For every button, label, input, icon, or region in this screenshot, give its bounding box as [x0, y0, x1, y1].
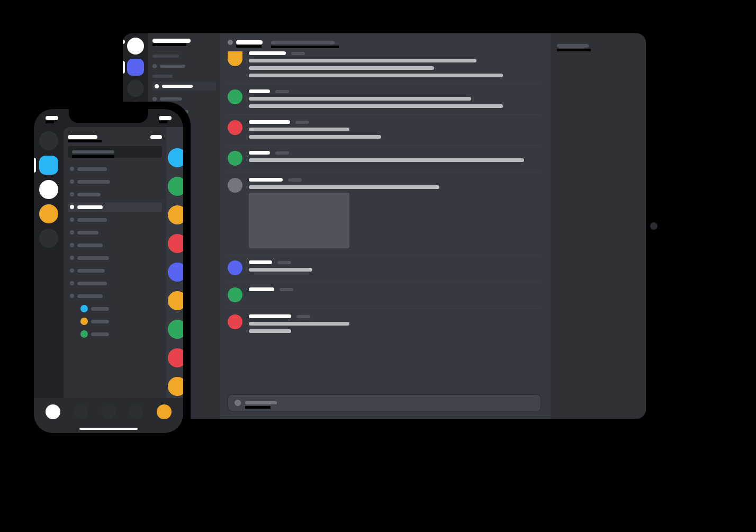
message-author[interactable]: [249, 120, 290, 124]
voice-user[interactable]: [78, 329, 162, 339]
hash-icon: [70, 268, 74, 273]
message-author[interactable]: [249, 260, 272, 264]
server-selected-icon[interactable]: [39, 156, 58, 175]
tab-home[interactable]: [46, 404, 60, 419]
avatar: [168, 234, 183, 253]
message[interactable]: [228, 282, 541, 309]
channel-item[interactable]: [68, 291, 162, 301]
avatar[interactable]: [228, 151, 242, 166]
avatar[interactable]: [228, 178, 242, 193]
avatar: [168, 377, 183, 396]
channel-label: [77, 218, 107, 222]
message-timestamp: [275, 90, 289, 93]
channel-label: [77, 244, 103, 247]
message[interactable]: [228, 255, 541, 282]
server-header[interactable]: ▬▬▬▬: [68, 132, 162, 142]
avatar[interactable]: [228, 314, 242, 329]
message-timestamp: [288, 178, 302, 182]
voice-user[interactable]: [78, 304, 162, 313]
message-author[interactable]: [249, 89, 270, 93]
message-timestamp: [277, 261, 291, 264]
channel-item[interactable]: [68, 228, 162, 237]
chat-header: ▬▬▬ ▬▬▬▬▬▬▬▬: [228, 33, 541, 51]
channel-label: [77, 193, 101, 196]
avatar[interactable]: [228, 260, 242, 275]
avatar[interactable]: [228, 89, 242, 104]
tablet-screen: ▬▬▬▬ ▬▬▬ ▬▬▬▬▬▬▬▬: [123, 33, 646, 419]
channel-item[interactable]: [68, 190, 162, 199]
message[interactable]: [228, 309, 541, 339]
hash-icon: [70, 167, 74, 171]
message-input[interactable]: ▬▬▬: [228, 394, 541, 411]
attach-icon[interactable]: [235, 400, 241, 406]
tablet-home-button[interactable]: [650, 222, 658, 230]
channel-item-selected[interactable]: [68, 202, 162, 212]
channel-item-selected[interactable]: [152, 82, 216, 91]
server-icon[interactable]: [39, 229, 58, 248]
server-name: ▬▬▬▬: [68, 135, 97, 139]
search-input[interactable]: ▬▬▬▬▬: [68, 146, 162, 158]
message[interactable]: [228, 51, 541, 84]
channel-category[interactable]: [152, 75, 173, 78]
phone-notch: [69, 109, 148, 123]
server-name[interactable]: ▬▬▬▬: [152, 39, 191, 43]
tab-search[interactable]: [101, 404, 116, 419]
hash-icon: [228, 40, 233, 45]
channel-item[interactable]: [68, 240, 162, 250]
channel-item[interactable]: [68, 266, 162, 275]
message-text: [249, 59, 476, 62]
message[interactable]: [228, 172, 541, 255]
message-author[interactable]: [249, 151, 270, 155]
message-author[interactable]: [249, 51, 286, 55]
tab-profile[interactable]: [157, 404, 172, 419]
channel-item[interactable]: [68, 253, 162, 263]
channel-item[interactable]: [68, 164, 162, 174]
members-heading: ▬▬▬▬: [557, 44, 589, 48]
message-text: [249, 329, 291, 333]
server-dm-icon[interactable]: [127, 38, 144, 55]
message-list[interactable]: [228, 51, 541, 391]
more-icon[interactable]: [150, 135, 162, 139]
message[interactable]: [228, 84, 541, 114]
hash-icon: [70, 256, 74, 260]
avatar[interactable]: [228, 120, 242, 135]
user-label: [91, 332, 109, 336]
server-icon[interactable]: [39, 180, 58, 199]
hash-icon: [70, 230, 74, 235]
channel-item[interactable]: [68, 177, 162, 186]
server-selected-icon[interactable]: [127, 59, 144, 76]
channel-item[interactable]: [68, 215, 162, 224]
message-author[interactable]: [249, 314, 291, 318]
tab-friends[interactable]: [74, 404, 88, 419]
tablet-chat: ▬▬▬ ▬▬▬▬▬▬▬▬: [220, 33, 551, 419]
message[interactable]: [228, 145, 541, 172]
message-timestamp: [275, 151, 289, 155]
tab-mentions[interactable]: [129, 404, 143, 419]
phone-chat-peek[interactable]: [166, 127, 183, 398]
channel-label: [77, 180, 110, 184]
server-icon[interactable]: [39, 204, 58, 223]
channel-item[interactable]: [68, 278, 162, 288]
channel-label: [160, 97, 182, 101]
server-dm-icon[interactable]: [39, 131, 58, 150]
avatar[interactable]: [228, 287, 242, 302]
avatar: [168, 348, 183, 367]
chat-channel-topic: ▬▬▬▬▬▬▬▬: [271, 41, 335, 44]
avatar[interactable]: [228, 51, 242, 66]
server-icon[interactable]: [127, 80, 144, 97]
message-text: [249, 268, 312, 272]
message-author[interactable]: [249, 178, 283, 182]
channel-item[interactable]: [152, 62, 216, 70]
message-attachment[interactable]: [249, 193, 349, 248]
message-text: [249, 185, 439, 189]
message-text: [249, 66, 434, 70]
hash-icon: [70, 179, 74, 184]
server-indicator: [123, 40, 125, 44]
voice-user[interactable]: [78, 317, 162, 326]
message[interactable]: [228, 114, 541, 145]
message-author[interactable]: [249, 287, 274, 291]
input-placeholder: ▬▬▬: [245, 401, 277, 404]
channel-label: [77, 269, 105, 273]
channel-category[interactable]: [152, 55, 179, 58]
hash-icon: [70, 243, 74, 247]
